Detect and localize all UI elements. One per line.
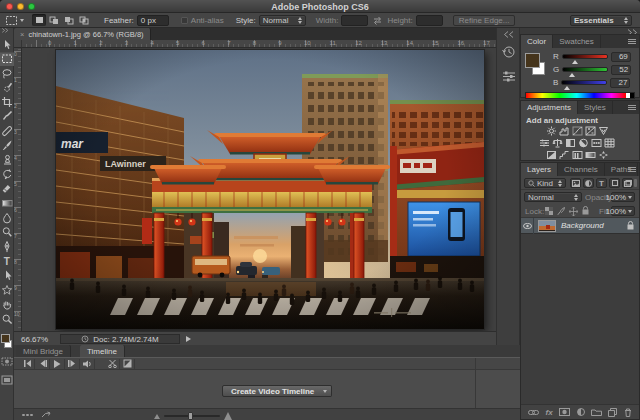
photo-filter-button[interactable]	[578, 137, 590, 148]
history-brush-tool[interactable]	[4, 169, 11, 179]
zoom-tool[interactable]	[3, 315, 12, 324]
filter-adjustment-layers-button[interactable]	[583, 178, 594, 188]
render-video-icon[interactable]	[41, 411, 52, 419]
move-tool[interactable]	[5, 40, 11, 49]
previous-frame-button[interactable]	[35, 359, 50, 369]
black-white-button[interactable]	[565, 137, 577, 148]
color-spectrum-ramp[interactable]	[525, 92, 635, 99]
selective-color-button[interactable]	[598, 149, 610, 160]
hue-saturation-button[interactable]	[539, 137, 551, 148]
add-to-selection-button[interactable]	[47, 14, 61, 26]
brightness-contrast-button[interactable]	[546, 125, 558, 136]
tab-swatches[interactable]: Swatches	[553, 35, 601, 48]
screen-mode-button[interactable]	[1, 375, 13, 385]
tab-layers[interactable]: Layers	[521, 163, 558, 176]
zoom-slider-handle[interactable]	[188, 412, 193, 420]
foreground-color-swatch[interactable]	[525, 53, 540, 68]
split-at-playhead-button[interactable]	[105, 359, 120, 369]
new-layer-button[interactable]	[608, 408, 617, 417]
eraser-tool[interactable]	[3, 185, 11, 193]
zoom-level[interactable]: 66.67%	[21, 335, 48, 344]
canvas-pasteboard[interactable]: mar LAwinner	[22, 48, 496, 331]
create-timeline-dropdown-button[interactable]	[319, 385, 332, 397]
clone-stamp-tool[interactable]	[4, 155, 11, 164]
color-lookup-button[interactable]	[604, 137, 616, 148]
spot-healing-brush-tool[interactable]	[2, 126, 12, 136]
panel-menu-icon[interactable]	[626, 39, 636, 45]
red-slider[interactable]	[562, 54, 608, 59]
red-value-input[interactable]: 69	[611, 52, 631, 62]
doc-size-indicator[interactable]: Doc: 2.74M/2.74M	[60, 334, 180, 344]
style-select[interactable]: Normal	[259, 15, 306, 26]
fill-input[interactable]: 100%	[611, 206, 635, 216]
anti-alias-checkbox[interactable]	[181, 17, 188, 24]
type-tool[interactable]: T	[4, 256, 10, 267]
hand-tool[interactable]	[4, 302, 11, 310]
tab-mini-bridge[interactable]: Mini Bridge	[16, 345, 71, 357]
blend-mode-select[interactable]: Normal	[524, 192, 582, 202]
timeline-zoom-slider[interactable]	[154, 412, 232, 420]
panel-menu-icon[interactable]	[626, 167, 636, 173]
tab-color[interactable]: Color	[521, 35, 553, 48]
custom-shape-tool[interactable]	[2, 286, 11, 295]
quick-mask-mode-button[interactable]	[1, 357, 13, 366]
blue-slider[interactable]	[561, 80, 607, 85]
threshold-button[interactable]	[572, 149, 584, 160]
delete-layer-button[interactable]	[624, 408, 632, 417]
new-adjustment-layer-button[interactable]	[577, 408, 585, 416]
layer-filter-kind-select[interactable]: Kind	[524, 178, 566, 188]
blur-tool[interactable]	[4, 214, 11, 223]
transition-button[interactable]	[120, 359, 135, 369]
lasso-tool[interactable]	[3, 70, 11, 79]
opacity-input[interactable]: 100%	[611, 192, 635, 202]
tool-preset-icon[interactable]	[5, 15, 24, 26]
next-frame-button[interactable]	[65, 359, 80, 369]
create-video-timeline-button[interactable]: Create Video Timeline	[222, 385, 323, 397]
tab-adjustments[interactable]: Adjustments	[521, 101, 578, 114]
lock-position-button[interactable]	[569, 207, 578, 216]
crop-tool[interactable]	[2, 97, 12, 107]
filter-pixel-layers-button[interactable]	[570, 178, 581, 188]
lock-transparency-button[interactable]	[545, 207, 553, 215]
layer-row-background[interactable]: Background	[521, 218, 639, 234]
link-layers-button[interactable]	[528, 409, 539, 416]
expand-dock-chevron-icon[interactable]	[503, 31, 515, 38]
foreground-color-swatch[interactable]	[1, 334, 10, 343]
posterize-button[interactable]	[559, 149, 571, 160]
quick-selection-tool[interactable]	[5, 83, 12, 91]
brush-tool[interactable]	[3, 141, 12, 151]
blue-value-input[interactable]: 27	[610, 78, 630, 88]
green-slider[interactable]	[562, 67, 608, 72]
lock-all-button[interactable]	[582, 206, 589, 215]
feather-input[interactable]: 0 px	[137, 15, 169, 26]
document-tab[interactable]: × chinatown-1.jpg @ 66.7% (RGB/8)	[14, 28, 151, 40]
tab-timeline[interactable]: Timeline	[80, 345, 125, 357]
play-button[interactable]	[50, 359, 65, 369]
frame-rate-icon[interactable]	[22, 414, 33, 417]
color-balance-button[interactable]	[552, 137, 564, 148]
tab-styles[interactable]: Styles	[578, 101, 613, 114]
layer-name[interactable]: Background	[561, 221, 604, 230]
workspace-select[interactable]: Essentials	[570, 15, 632, 26]
status-flyout-arrow-icon[interactable]	[186, 336, 191, 342]
subtract-from-selection-button[interactable]	[62, 14, 76, 26]
filter-smart-objects-button[interactable]	[622, 178, 633, 188]
layer-thumbnail[interactable]	[538, 220, 556, 232]
layer-style-button[interactable]: fx	[545, 408, 552, 417]
titlebar[interactable]: Adobe Photoshop CS6	[0, 0, 640, 13]
ruler-corner[interactable]	[14, 40, 22, 48]
swap-dimensions-icon[interactable]	[372, 16, 383, 25]
channel-mixer-button[interactable]	[591, 137, 603, 148]
properties-panel-icon[interactable]	[501, 68, 517, 84]
filter-type-layers-button[interactable]: T	[596, 178, 607, 188]
mute-audio-button[interactable]	[80, 359, 95, 369]
exposure-button[interactable]	[585, 125, 597, 136]
width-input[interactable]	[341, 15, 368, 26]
new-group-button[interactable]	[591, 408, 602, 416]
filter-shape-layers-button[interactable]	[609, 178, 620, 188]
vibrance-button[interactable]	[598, 125, 610, 136]
intersect-selection-button[interactable]	[77, 14, 91, 26]
go-to-first-frame-button[interactable]	[20, 359, 35, 369]
gradient-tool[interactable]	[3, 201, 13, 207]
filter-toggle-switch[interactable]	[634, 179, 637, 187]
